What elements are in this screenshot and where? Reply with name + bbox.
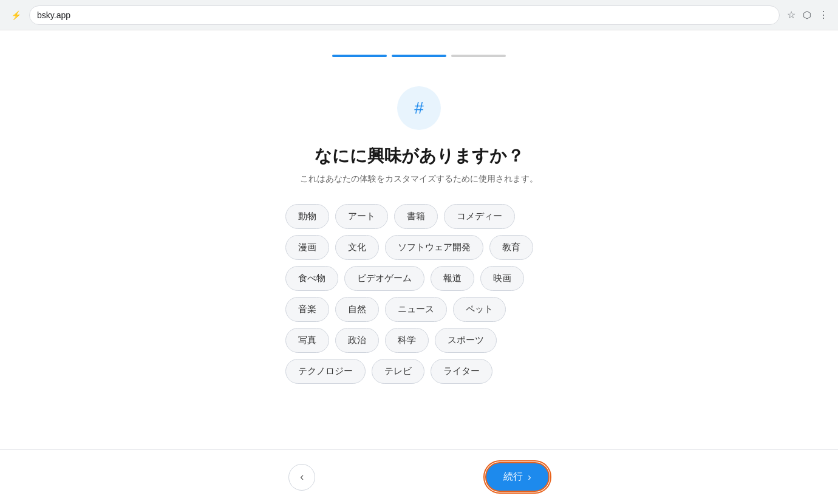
back-button[interactable]: ‹	[288, 464, 315, 491]
hash-icon-container: #	[397, 86, 441, 130]
interest-tag[interactable]: 漫画	[285, 235, 329, 260]
main-content: # なにに興味がありますか？ これはあなたの体験をカスタマイズするために使用され…	[0, 30, 838, 449]
browser-icon: ⚡	[10, 9, 22, 21]
bookmark-icon[interactable]: ☆	[787, 9, 795, 21]
step-2	[392, 55, 446, 57]
interest-tag[interactable]: ニュース	[385, 297, 447, 322]
browser-actions: ☆ ⬡ ⋮	[787, 9, 828, 21]
interest-tag[interactable]: 政治	[335, 328, 379, 353]
interest-tag[interactable]: ライター	[431, 359, 492, 384]
interest-tag[interactable]: スポーツ	[435, 328, 497, 353]
interest-tag[interactable]: 写真	[285, 328, 329, 353]
progress-steps	[332, 55, 506, 57]
interest-tag[interactable]: 科学	[385, 328, 429, 353]
interest-tag[interactable]: 動物	[285, 204, 329, 229]
interest-tag[interactable]: テクノロジー	[285, 359, 366, 384]
interest-tag[interactable]: 教育	[489, 235, 533, 260]
step-1	[332, 55, 387, 57]
interest-tag[interactable]: 音楽	[285, 297, 329, 322]
interest-tag[interactable]: 食べ物	[285, 266, 338, 291]
address-bar[interactable]: bsky.app	[29, 5, 780, 25]
continue-button[interactable]: 続行 ›	[485, 462, 549, 492]
interest-tag[interactable]: ビデオゲーム	[344, 266, 424, 291]
interest-tag[interactable]: 文化	[335, 235, 379, 260]
interest-tag[interactable]: コメディー	[444, 204, 515, 229]
extension-icon[interactable]: ⬡	[803, 9, 811, 21]
interest-tag[interactable]: 報道	[431, 266, 474, 291]
continue-label: 続行	[503, 471, 523, 483]
page-subtitle: これはあなたの体験をカスタマイズするために使用されます。	[300, 174, 538, 185]
interest-tag[interactable]: 映画	[480, 266, 524, 291]
footer: ‹ 続行 ›	[0, 449, 838, 504]
interest-tag[interactable]: 書籍	[394, 204, 438, 229]
interest-tag[interactable]: アート	[335, 204, 388, 229]
interest-tag[interactable]: ソフトウェア開発	[385, 235, 483, 260]
tags-container: 動物アート書籍コメディー漫画文化ソフトウェア開発教育食べ物ビデオゲーム報道映画音…	[285, 204, 553, 384]
browser-bar: ⚡ bsky.app ☆ ⬡ ⋮	[0, 0, 838, 30]
page-title: なにに興味がありますか？	[315, 145, 524, 168]
step-3	[451, 55, 506, 57]
interest-tag[interactable]: 自然	[335, 297, 379, 322]
interest-tag[interactable]: ペット	[453, 297, 506, 322]
menu-icon[interactable]: ⋮	[819, 9, 828, 21]
interest-tag[interactable]: テレビ	[372, 359, 424, 384]
url-text: bsky.app	[37, 10, 70, 20]
hash-icon: #	[414, 98, 424, 118]
continue-arrow-icon: ›	[528, 472, 531, 483]
